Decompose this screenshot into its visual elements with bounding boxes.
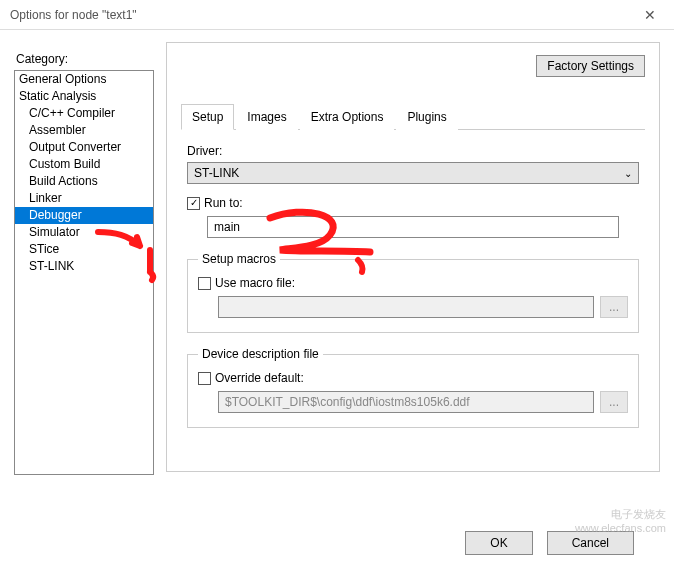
category-item-custom-build[interactable]: Custom Build bbox=[15, 156, 153, 173]
category-item-build-actions[interactable]: Build Actions bbox=[15, 173, 153, 190]
category-item-st-link[interactable]: ST-LINK bbox=[15, 258, 153, 275]
category-item-c-c-compiler[interactable]: C/C++ Compiler bbox=[15, 105, 153, 122]
ddf-file-input: $TOOLKIT_DIR$\config\ddf\iostm8s105k6.dd… bbox=[218, 391, 594, 413]
driver-label: Driver: bbox=[187, 144, 639, 158]
category-item-simulator[interactable]: Simulator bbox=[15, 224, 153, 241]
run-to-label: Run to: bbox=[204, 196, 243, 210]
category-list[interactable]: General OptionsStatic AnalysisC/C++ Comp… bbox=[14, 70, 154, 475]
watermark-line2: www.elecfans.com bbox=[575, 521, 666, 535]
category-item-linker[interactable]: Linker bbox=[15, 190, 153, 207]
use-macro-label: Use macro file: bbox=[215, 276, 295, 290]
ddf-legend: Device description file bbox=[198, 347, 323, 361]
run-to-input[interactable]: main bbox=[207, 216, 619, 238]
ddf-file-row: $TOOLKIT_DIR$\config\ddf\iostm8s105k6.dd… bbox=[218, 391, 628, 413]
setup-macros-group: Setup macros Use macro file: ... bbox=[187, 252, 639, 333]
ok-button[interactable]: OK bbox=[465, 531, 532, 555]
override-row: Override default: bbox=[198, 371, 628, 385]
run-to-checkbox[interactable]: ✓ bbox=[187, 197, 200, 210]
watermark: 电子发烧友 www.elecfans.com bbox=[575, 507, 666, 535]
titlebar: Options for node "text1" ✕ bbox=[0, 0, 674, 30]
run-to-row: ✓ Run to: bbox=[187, 196, 639, 210]
macro-browse-button[interactable]: ... bbox=[600, 296, 628, 318]
window-title: Options for node "text1" bbox=[10, 8, 137, 22]
use-macro-row: Use macro file: bbox=[198, 276, 628, 290]
category-item-debugger[interactable]: Debugger bbox=[15, 207, 153, 224]
tab-setup[interactable]: Setup bbox=[181, 104, 234, 130]
category-column: Category: General OptionsStatic Analysis… bbox=[14, 42, 154, 475]
macro-file-input bbox=[218, 296, 594, 318]
macro-file-row: ... bbox=[218, 296, 628, 318]
setup-macros-legend: Setup macros bbox=[198, 252, 280, 266]
category-item-static-analysis[interactable]: Static Analysis bbox=[15, 88, 153, 105]
ddf-browse-button[interactable]: ... bbox=[600, 391, 628, 413]
ddf-group: Device description file Override default… bbox=[187, 347, 639, 428]
content-area: Category: General OptionsStatic Analysis… bbox=[0, 30, 674, 475]
tab-plugins[interactable]: Plugins bbox=[396, 104, 457, 130]
category-label: Category: bbox=[16, 52, 154, 66]
category-item-assembler[interactable]: Assembler bbox=[15, 122, 153, 139]
tab-body-setup: Driver: ST-LINK ⌄ ✓ Run to: main Setup m… bbox=[181, 130, 645, 434]
tabs-bar: SetupImagesExtra OptionsPlugins bbox=[181, 103, 645, 130]
close-icon[interactable]: ✕ bbox=[636, 3, 664, 27]
category-item-general-options[interactable]: General Options bbox=[15, 71, 153, 88]
driver-value: ST-LINK bbox=[194, 166, 239, 180]
factory-settings-button[interactable]: Factory Settings bbox=[536, 55, 645, 77]
tab-images[interactable]: Images bbox=[236, 104, 297, 130]
driver-select[interactable]: ST-LINK ⌄ bbox=[187, 162, 639, 184]
override-checkbox[interactable] bbox=[198, 372, 211, 385]
use-macro-checkbox[interactable] bbox=[198, 277, 211, 290]
tab-extra-options[interactable]: Extra Options bbox=[300, 104, 395, 130]
category-item-stice[interactable]: STice bbox=[15, 241, 153, 258]
chevron-down-icon: ⌄ bbox=[624, 168, 632, 179]
options-panel: Factory Settings SetupImagesExtra Option… bbox=[166, 42, 660, 472]
watermark-line1: 电子发烧友 bbox=[575, 507, 666, 521]
category-item-output-converter[interactable]: Output Converter bbox=[15, 139, 153, 156]
override-label: Override default: bbox=[215, 371, 304, 385]
